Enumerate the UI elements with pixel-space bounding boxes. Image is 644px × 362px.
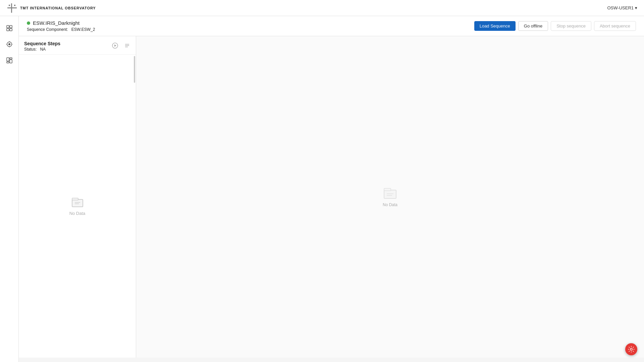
component-value: ESW.ESW_2 <box>71 27 95 32</box>
observe-icon <box>6 41 13 48</box>
load-sequence-button[interactable]: Load Sequence <box>474 21 516 31</box>
svg-rect-5 <box>10 25 12 28</box>
no-data-icon <box>71 197 84 209</box>
status-value: NA <box>40 47 46 52</box>
username-label: OSW-USER1 <box>607 5 634 10</box>
sequence-title-area: ESW.IRIS_Darknight Sequence Component: E… <box>27 20 95 32</box>
sequence-steps-panel: Sequence Steps Status: NA <box>19 36 136 358</box>
list-view-button[interactable] <box>122 41 132 50</box>
status-label: Status: <box>24 47 37 52</box>
svg-point-31 <box>630 348 632 350</box>
chevron-down-icon: ▾ <box>635 5 637 10</box>
sequence-component-row: Sequence Component: ESW.ESW_2 <box>27 27 95 32</box>
steps-header: Sequence Steps Status: NA <box>19 36 136 55</box>
status-indicator <box>27 21 30 25</box>
play-icon <box>112 43 118 49</box>
sequence-name: ESW.IRIS_Darknight <box>33 20 79 26</box>
svg-rect-28 <box>384 188 391 191</box>
main-panel: No Data <box>136 36 644 358</box>
app-title: TMT INTERNATIONAL OBSERVATORY <box>20 6 96 10</box>
sequence-actions: Load Sequence Go offline Stop sequence A… <box>474 21 636 31</box>
svg-rect-1 <box>11 3 12 13</box>
grid-icon <box>6 25 13 32</box>
content-area: Sequence Steps Status: NA <box>19 36 644 358</box>
sidebar-item-dashboard[interactable] <box>3 54 16 67</box>
sidebar-item-observe[interactable] <box>3 38 16 51</box>
list-icon <box>124 43 130 49</box>
scrollbar[interactable] <box>134 55 135 358</box>
scrollbar-thumb <box>134 56 135 83</box>
svg-rect-17 <box>7 62 9 63</box>
svg-rect-16 <box>10 60 12 63</box>
svg-rect-27 <box>384 190 396 198</box>
sequence-header: ESW.IRIS_Darknight Sequence Component: E… <box>19 16 644 36</box>
svg-rect-23 <box>72 199 83 207</box>
steps-body: No Data <box>19 55 136 358</box>
main-no-data-text: No Data <box>383 202 397 207</box>
app-header: TMT INTERNATIONAL OBSERVATORY OSW-USER1 … <box>0 0 644 16</box>
svg-rect-4 <box>7 25 9 28</box>
component-label: Sequence Component: <box>27 27 68 32</box>
steps-no-data: No Data <box>19 55 136 358</box>
sequence-title-row: ESW.IRIS_Darknight <box>27 20 95 26</box>
tmt-logo <box>7 3 17 13</box>
sidebar-item-grid[interactable] <box>3 21 16 35</box>
main-no-data: No Data <box>383 187 397 207</box>
svg-rect-15 <box>10 58 12 59</box>
abort-sequence-button[interactable]: Abort sequence <box>594 21 636 31</box>
svg-rect-14 <box>7 58 9 61</box>
go-offline-button[interactable]: Go offline <box>518 21 548 31</box>
steps-toolbar <box>110 41 132 50</box>
svg-marker-19 <box>114 45 116 47</box>
gear-button[interactable] <box>625 343 637 355</box>
svg-rect-3 <box>14 5 15 6</box>
sidebar <box>0 16 19 362</box>
logo-area: TMT INTERNATIONAL OBSERVATORY <box>7 3 96 13</box>
svg-rect-6 <box>7 28 9 31</box>
svg-rect-2 <box>9 5 10 6</box>
play-button[interactable] <box>110 41 120 50</box>
main-content: ESW.IRIS_Darknight Sequence Component: E… <box>19 16 644 362</box>
svg-point-13 <box>8 43 10 45</box>
user-menu[interactable]: OSW-USER1 ▾ <box>607 5 638 10</box>
gear-icon <box>628 346 635 353</box>
dashboard-icon <box>6 57 13 64</box>
main-no-data-icon <box>383 187 397 200</box>
steps-no-data-text: No Data <box>69 211 86 216</box>
svg-rect-7 <box>10 28 12 31</box>
stop-sequence-button[interactable]: Stop sequence <box>551 21 591 31</box>
svg-rect-24 <box>72 198 78 200</box>
